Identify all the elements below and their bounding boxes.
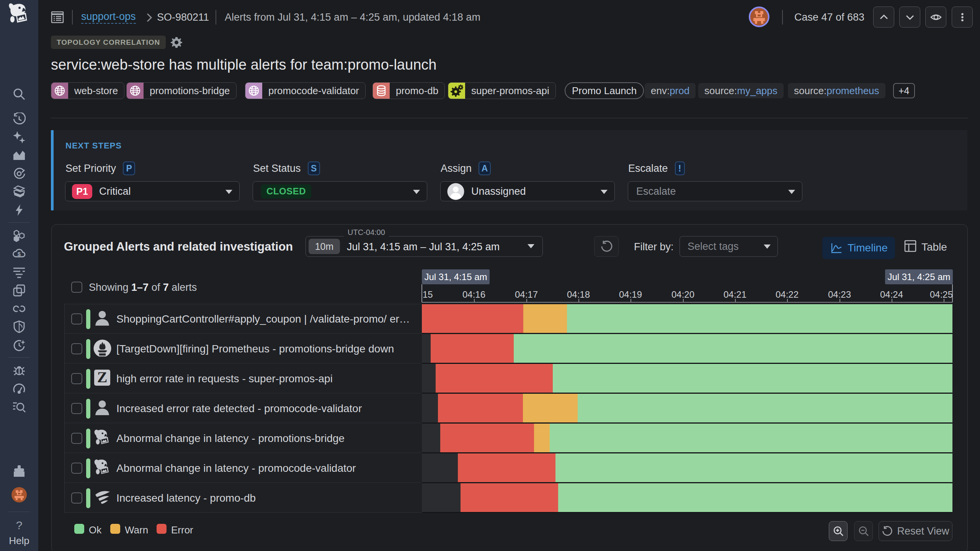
- svg-text:$: $: [18, 251, 21, 257]
- svg-text:Z: Z: [97, 369, 108, 386]
